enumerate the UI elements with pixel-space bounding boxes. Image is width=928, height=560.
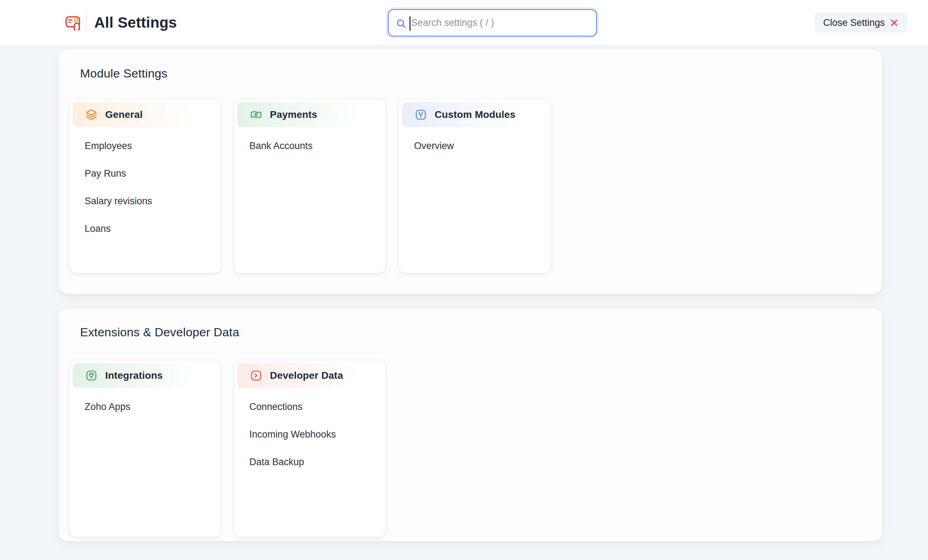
- settings-card-integrations: IntegrationsZoho Apps: [69, 360, 221, 537]
- settings-link-pay-runs[interactable]: Pay Runs: [85, 160, 214, 187]
- banknote-icon: [250, 109, 262, 121]
- settings-card-custom-modules: Custom ModulesOverview: [399, 99, 550, 273]
- card-title: Integrations: [105, 370, 163, 381]
- close-x-icon: [890, 18, 899, 27]
- card-item-list: Overview: [414, 132, 543, 160]
- card-header: Integrations: [73, 363, 218, 388]
- top-bar: All Settings Close Settings: [0, 0, 928, 45]
- settings-link-data-backup[interactable]: Data Backup: [249, 448, 378, 476]
- settings-link-connections[interactable]: Connections: [249, 393, 378, 420]
- card-row: IntegrationsZoho AppsDeveloper DataConne…: [69, 360, 386, 537]
- settings-link-bank-accounts[interactable]: Bank Accounts: [249, 132, 378, 160]
- card-title: Custom Modules: [435, 109, 515, 120]
- card-item-list: EmployeesPay RunsSalary revisionsLoans: [85, 132, 214, 242]
- terminal-icon: [250, 370, 262, 382]
- card-header: Payments: [237, 102, 383, 127]
- page-title: All Settings: [94, 0, 177, 45]
- module-wrench-icon: [415, 109, 427, 121]
- settings-link-loans[interactable]: Loans: [85, 215, 214, 242]
- settings-search-box[interactable]: [388, 9, 597, 37]
- section-title: Module Settings: [80, 67, 168, 81]
- close-settings-button[interactable]: Close Settings: [815, 13, 907, 33]
- layers-icon: [85, 109, 98, 121]
- card-header: Custom Modules: [402, 102, 547, 127]
- settings-link-overview[interactable]: Overview: [414, 132, 543, 160]
- settings-section-module-settings: Module SettingsGeneralEmployeesPay RunsS…: [59, 50, 882, 294]
- settings-link-incoming-webhooks[interactable]: Incoming Webhooks: [249, 420, 378, 448]
- search-icon: [396, 18, 406, 29]
- title-divider: [86, 14, 87, 32]
- settings-link-salary-revisions[interactable]: Salary revisions: [85, 187, 214, 215]
- card-item-list: ConnectionsIncoming WebhooksData Backup: [249, 393, 378, 476]
- close-settings-label: Close Settings: [823, 17, 885, 28]
- settings-link-zoho-apps[interactable]: Zoho Apps: [85, 393, 214, 420]
- card-title: Payments: [270, 109, 317, 120]
- card-item-list: Bank Accounts: [249, 132, 378, 160]
- settings-section-extensions-developer-data: Extensions & Developer DataIntegrationsZ…: [59, 308, 882, 541]
- settings-card-general: GeneralEmployeesPay RunsSalary revisions…: [69, 99, 221, 273]
- card-row: GeneralEmployeesPay RunsSalary revisions…: [69, 99, 550, 273]
- settings-card-payments: PaymentsBank Accounts: [234, 99, 386, 273]
- settings-link-employees[interactable]: Employees: [85, 132, 214, 160]
- card-title: Developer Data: [270, 370, 343, 381]
- section-title: Extensions & Developer Data: [80, 325, 240, 339]
- search-input[interactable]: [411, 11, 591, 35]
- card-header: Developer Data: [237, 363, 383, 388]
- card-title: General: [105, 109, 143, 120]
- card-header: General: [73, 102, 218, 127]
- text-cursor: [409, 16, 411, 31]
- payroll-app-logo-icon: [65, 15, 81, 30]
- card-item-list: Zoho Apps: [85, 393, 214, 420]
- plug-icon: [85, 370, 98, 382]
- settings-card-developer-data: Developer DataConnectionsIncoming Webhoo…: [234, 360, 386, 537]
